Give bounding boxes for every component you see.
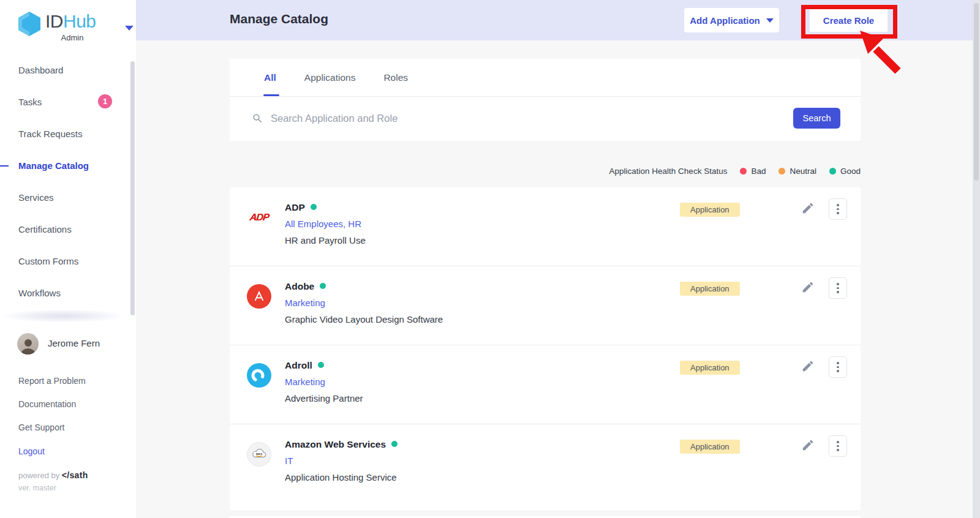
kebab-icon <box>837 283 839 293</box>
more-options-button[interactable] <box>829 435 847 457</box>
edit-pencil-icon[interactable] <box>801 359 815 373</box>
report-a-problem-link[interactable]: Report a Problem <box>18 376 86 386</box>
good-status-dot-icon <box>829 168 836 175</box>
application-groups-link[interactable]: All Employees, HR <box>285 219 361 229</box>
more-options-button[interactable] <box>829 198 847 220</box>
search-button[interactable]: Search <box>793 108 840 129</box>
kebab-icon <box>837 204 839 214</box>
application-description: HR and Payroll Use <box>285 235 366 246</box>
user-profile[interactable]: Jerome Fern <box>0 331 136 358</box>
health-status-dot-icon <box>318 362 324 368</box>
application-groups-link[interactable]: Marketing <box>285 298 325 308</box>
type-badge: Application <box>680 282 740 296</box>
tasks-count-badge: 1 <box>98 94 112 108</box>
application-description: Advertising Partner <box>285 393 363 404</box>
catalog-row-adp: ADP ADP All Employees, HR HR and Payroll… <box>230 187 861 266</box>
adroll-logo-icon <box>247 363 271 388</box>
create-role-label: Create Role <box>823 15 874 26</box>
health-legend-title: Application Health Check Status <box>609 167 728 176</box>
type-badge: Application <box>680 440 740 454</box>
catalog-toolbar-card: All Applications Roles Search <box>230 59 861 141</box>
catalog-row-adroll: Adroll Marketing Advertising Partner App… <box>230 345 861 424</box>
adobe-logo-icon <box>247 284 271 309</box>
application-groups-link[interactable]: Marketing <box>285 377 325 387</box>
application-description: Application Hosting Service <box>285 472 397 482</box>
logout-link[interactable]: Logout <box>18 446 45 456</box>
app-logo[interactable]: IDHub Admin <box>17 10 127 37</box>
application-name: Amazon Web Services <box>285 439 398 450</box>
sidebar-item-tasks[interactable]: Tasks 1 <box>0 95 136 110</box>
add-application-button[interactable]: Add Application <box>684 8 779 32</box>
page-scrollbar[interactable] <box>973 0 980 518</box>
edit-pencil-icon[interactable] <box>801 201 815 215</box>
chevron-down-icon <box>766 18 774 23</box>
kebab-icon <box>837 441 839 451</box>
documentation-link[interactable]: Documentation <box>18 399 76 409</box>
create-role-button[interactable]: Create Role <box>810 9 888 32</box>
sidebar-item-workflows[interactable]: Workflows <box>0 286 136 301</box>
powered-by: powered by </sath <box>18 470 88 480</box>
application-name: Adobe <box>285 281 326 292</box>
page-title: Manage Catalog <box>230 12 328 26</box>
application-description: Graphic Video Layout Design Software <box>285 314 443 325</box>
sidebar-item-custom-forms[interactable]: Custom Forms <box>0 254 136 269</box>
tab-roles[interactable]: Roles <box>383 72 408 83</box>
sidebar-item-track-requests[interactable]: Track Requests <box>0 127 136 141</box>
health-status-dot-icon <box>320 283 326 289</box>
application-name: Adroll <box>285 360 324 371</box>
catalog-tabs: All Applications Roles <box>230 59 861 97</box>
search-icon <box>252 113 263 124</box>
sidebar-item-manage-catalog[interactable]: Manage Catalog <box>0 159 136 173</box>
application-groups-link[interactable]: IT <box>285 456 293 466</box>
legend-item-bad: Bad <box>740 167 766 176</box>
adp-logo-icon: ADP <box>247 205 271 230</box>
legend-item-neutral: Neutral <box>778 167 816 176</box>
application-name: ADP <box>285 202 317 213</box>
catalog-row-adobe: Adobe Marketing Graphic Video Layout Des… <box>230 266 861 345</box>
active-tab-indicator <box>263 94 279 96</box>
tab-all[interactable]: All <box>264 72 276 83</box>
search-input[interactable] <box>271 113 861 124</box>
user-name: Jerome Fern <box>48 338 100 348</box>
catalog-row-aws: aws Amazon Web Services IT Application H… <box>230 424 861 503</box>
page-scrollbar-thumb[interactable] <box>974 3 979 181</box>
get-support-link[interactable]: Get Support <box>18 422 65 432</box>
bad-status-dot-icon <box>740 168 747 175</box>
nav-scroll-shadow <box>0 309 125 323</box>
sidebar-item-certifications[interactable]: Certifications <box>0 222 136 237</box>
kebab-icon <box>837 362 839 372</box>
catalog-list: ADP ADP All Employees, HR HR and Payroll… <box>230 187 861 510</box>
legend-item-good: Good <box>829 167 861 176</box>
add-application-label: Add Application <box>690 15 760 26</box>
edit-pencil-icon[interactable] <box>801 280 815 294</box>
sidebar-item-dashboard[interactable]: Dashboard <box>0 63 136 78</box>
more-options-button[interactable] <box>829 356 847 378</box>
type-badge: Application <box>680 203 740 217</box>
more-options-button[interactable] <box>829 277 847 299</box>
sidebar-item-services[interactable]: Services <box>0 190 136 205</box>
version-label: ver. master <box>18 484 56 492</box>
idhub-hexagon-icon <box>17 11 42 37</box>
brand-name: IDHub <box>45 11 96 32</box>
neutral-status-dot-icon <box>778 168 785 175</box>
health-status-dot-icon <box>391 441 398 447</box>
avatar <box>17 333 39 355</box>
type-badge: Application <box>680 361 740 375</box>
aws-logo-icon: aws <box>247 442 271 467</box>
edit-pencil-icon[interactable] <box>801 438 815 452</box>
health-status-dot-icon <box>311 204 317 210</box>
page-header: Manage Catalog Add Application Create Ro… <box>136 0 980 40</box>
sath-logo: </sath <box>62 470 88 480</box>
brand-chevron-down-icon[interactable] <box>125 26 134 31</box>
health-legend: Application Health Check Status Bad Neut… <box>230 162 861 180</box>
tab-applications[interactable]: Applications <box>304 72 356 83</box>
svg-text:aws: aws <box>256 452 262 456</box>
sidebar: IDHub Admin Dashboard Tasks 1 Track Requ… <box>0 0 136 518</box>
brand-subtitle: Admin <box>45 33 99 42</box>
sidebar-scrollbar[interactable] <box>130 61 135 315</box>
search-bar: Search <box>230 97 861 140</box>
